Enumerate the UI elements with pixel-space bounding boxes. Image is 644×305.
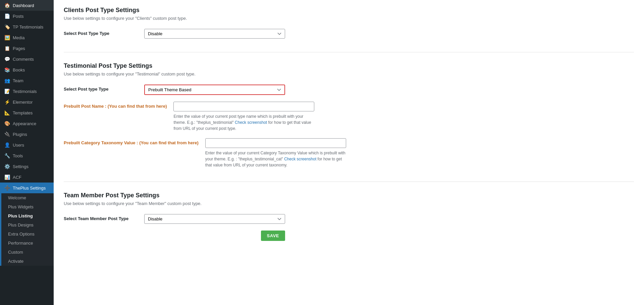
sidebar-item-appearance[interactable]: 🎨 Appearance xyxy=(0,118,54,129)
sidebar-item-users[interactable]: 👤 Users xyxy=(0,140,54,150)
sidebar-item-posts[interactable]: 📄 Posts xyxy=(0,11,54,21)
main-content: Clients Post Type Settings Use below set… xyxy=(54,0,644,305)
sidebar-item-dashboard[interactable]: 🏠 Dashboard xyxy=(0,0,54,11)
team-member-post-type-row: Select Team Member Post Type Disable Pre… xyxy=(64,214,634,224)
team-member-section-title: Team Member Post Type Settings xyxy=(64,192,634,199)
appearance-icon: 🎨 xyxy=(4,121,10,126)
prebuilt-cat-link[interactable]: Check screenshot xyxy=(284,157,316,161)
sidebar: 🏠 Dashboard 📄 Posts 🏷️ TP Testimonials 🖼… xyxy=(0,0,54,305)
pages-icon: 📋 xyxy=(4,46,10,51)
testimonials-icon: 📝 xyxy=(4,89,10,94)
prebuilt-post-name-label: Prebuilt Post Name : (You can find that … xyxy=(64,102,167,109)
clients-section-desc: Use below settings to configure your "Cl… xyxy=(64,16,634,21)
sidebar-item-media[interactable]: 🖼️ Media xyxy=(0,32,54,43)
plugins-icon: 🔌 xyxy=(4,132,10,137)
testimonial-post-type-control: Disable Prebuilt Theme Based Custom Post… xyxy=(144,85,285,95)
sidebar-item-templates[interactable]: 📐 Templates xyxy=(0,107,54,118)
sidebar-item-acf[interactable]: 📊 ACF xyxy=(0,172,54,183)
sidebar-item-testimonials[interactable]: 📝 Testimonials xyxy=(0,86,54,97)
submenu-performance[interactable]: Performance xyxy=(1,239,54,248)
comments-icon: 💬 xyxy=(4,56,10,62)
prebuilt-cat-taxonomy-row: Prebuilt Category Taxonomy Value : (You … xyxy=(64,138,634,168)
section-separator-2 xyxy=(64,182,634,182)
prebuilt-post-name-row: Prebuilt Post Name : (You can find that … xyxy=(64,102,634,132)
prebuilt-post-name-help: Enter the value of your current post typ… xyxy=(173,113,314,132)
clients-section: Clients Post Type Settings Use below set… xyxy=(64,7,634,39)
team-member-post-type-control: Disable Prebuilt Theme Based Custom Post… xyxy=(144,214,285,224)
clients-post-type-select[interactable]: Disable Prebuilt Theme Based Custom Post… xyxy=(144,29,285,39)
submenu-extra-options[interactable]: Extra Options xyxy=(1,230,54,239)
prebuilt-cat-input[interactable] xyxy=(205,138,346,148)
submenu-welcome[interactable]: Welcome xyxy=(1,193,54,202)
prebuilt-post-name-link[interactable]: Check screenshot xyxy=(235,120,267,125)
users-icon: 👤 xyxy=(4,142,10,148)
clients-post-type-label: Select Post Type Type xyxy=(64,29,138,36)
books-icon: 📚 xyxy=(4,67,10,72)
tools-icon: 🔧 xyxy=(4,153,10,158)
section-separator-1 xyxy=(64,52,634,52)
clients-section-title: Clients Post Type Settings xyxy=(64,7,634,14)
submenu-plus-designs[interactable]: Plus Designs xyxy=(1,220,54,230)
team-member-post-type-label: Select Team Member Post Type xyxy=(64,214,138,221)
prebuilt-post-name-control: Enter the value of your current post typ… xyxy=(173,102,314,132)
media-icon: 🖼️ xyxy=(4,35,10,40)
submenu-activate[interactable]: Activate xyxy=(1,257,54,266)
team-member-post-type-select[interactable]: Disable Prebuilt Theme Based Custom Post… xyxy=(144,214,285,224)
sidebar-item-team[interactable]: 👥 Team xyxy=(0,75,54,86)
theplus-submenu: Welcome Plus Widgets Plus Listing Plus D… xyxy=(0,193,54,266)
sidebar-item-tp-testimonials[interactable]: 🏷️ TP Testimonials xyxy=(0,21,54,32)
testimonial-post-type-row: Select Post type Type Disable Prebuilt T… xyxy=(64,85,634,95)
testimonial-section: Testimonial Post Type Settings Use below… xyxy=(64,62,634,168)
sidebar-item-plugins[interactable]: 🔌 Plugins xyxy=(0,129,54,140)
team-icon: 👥 xyxy=(4,78,10,83)
submenu-custom[interactable]: Custom xyxy=(1,248,54,257)
testimonial-post-type-label: Select Post type Type xyxy=(64,85,138,92)
clients-post-type-control: Disable Prebuilt Theme Based Custom Post… xyxy=(144,29,285,39)
testimonial-post-type-select[interactable]: Disable Prebuilt Theme Based Custom Post… xyxy=(144,85,285,95)
templates-icon: 📐 xyxy=(4,110,10,115)
sidebar-item-comments[interactable]: 💬 Comments xyxy=(0,54,54,64)
tp-testimonials-icon: 🏷️ xyxy=(4,24,10,30)
sidebar-item-tools[interactable]: 🔧 Tools xyxy=(0,150,54,161)
submenu-plus-listing[interactable]: Plus Listing xyxy=(1,211,54,220)
sidebar-item-theplus-settings[interactable]: ➕ ThePlus Settings xyxy=(0,183,54,193)
save-row: SAVE xyxy=(64,231,285,241)
submenu-plus-widgets[interactable]: Plus Widgets xyxy=(1,202,54,211)
clients-post-type-row: Select Post Type Type Disable Prebuilt T… xyxy=(64,29,634,39)
prebuilt-cat-help: Enter the value of your current Category… xyxy=(205,150,346,168)
theplus-icon: ➕ xyxy=(4,185,10,191)
sidebar-item-settings[interactable]: ⚙️ Settings xyxy=(0,161,54,172)
team-member-section: Team Member Post Type Settings Use below… xyxy=(64,192,634,241)
posts-icon: 📄 xyxy=(4,13,10,19)
sidebar-item-books[interactable]: 📚 Books xyxy=(0,64,54,75)
dashboard-icon: 🏠 xyxy=(4,3,10,8)
testimonial-section-title: Testimonial Post Type Settings xyxy=(64,62,634,69)
prebuilt-cat-label: Prebuilt Category Taxonomy Value : (You … xyxy=(64,138,199,145)
settings-icon: ⚙️ xyxy=(4,164,10,169)
sidebar-item-pages[interactable]: 📋 Pages xyxy=(0,43,54,54)
acf-icon: 📊 xyxy=(4,174,10,180)
save-button[interactable]: SAVE xyxy=(261,231,285,241)
prebuilt-cat-control: Enter the value of your current Category… xyxy=(205,138,346,168)
team-member-section-desc: Use below settings to configure your "Te… xyxy=(64,201,634,206)
elementor-icon: ⚡ xyxy=(4,99,10,105)
sidebar-item-elementor[interactable]: ⚡ Elementor xyxy=(0,97,54,107)
prebuilt-post-name-input[interactable] xyxy=(173,102,314,111)
testimonial-section-desc: Use below settings to configure your "Te… xyxy=(64,71,634,77)
